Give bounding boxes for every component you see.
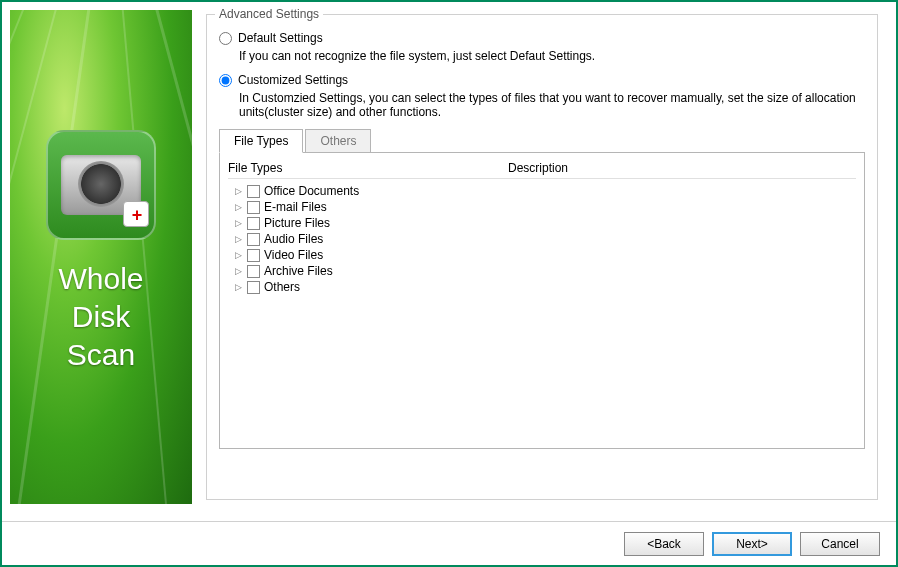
content-area: + Whole Disk Scan Advanced Settings Defa…: [2, 2, 896, 514]
group-legend: Advanced Settings: [215, 7, 323, 21]
cancel-button[interactable]: Cancel: [800, 532, 880, 556]
customized-settings-help: In Customzied Settings, you can select t…: [239, 91, 865, 119]
sidebar: + Whole Disk Scan: [10, 10, 192, 504]
sidebar-title: Whole Disk Scan: [10, 260, 192, 374]
title-line2: Disk: [72, 300, 130, 333]
default-settings-help: If you can not recognize the file system…: [239, 49, 865, 63]
default-settings-label: Default Settings: [238, 31, 323, 45]
customized-settings-row: Customized Settings: [219, 73, 865, 87]
tree-item[interactable]: ▷ Archive Files: [228, 263, 856, 279]
checkbox[interactable]: [247, 281, 260, 294]
customized-settings-radio[interactable]: [219, 74, 232, 87]
tree-item[interactable]: ▷ Audio Files: [228, 231, 856, 247]
expand-icon[interactable]: ▷: [234, 187, 243, 196]
tree-item-label: Office Documents: [264, 184, 359, 198]
sidebar-rays: [10, 10, 192, 504]
checkbox[interactable]: [247, 217, 260, 230]
checkbox[interactable]: [247, 201, 260, 214]
back-button[interactable]: <Back: [624, 532, 704, 556]
next-button[interactable]: Next>: [712, 532, 792, 556]
column-description[interactable]: Description: [508, 161, 856, 175]
customized-settings-label: Customized Settings: [238, 73, 348, 87]
tree-item[interactable]: ▷ Picture Files: [228, 215, 856, 231]
tree-item-label: E-mail Files: [264, 200, 327, 214]
tab-others[interactable]: Others: [305, 129, 371, 153]
tree-item[interactable]: ▷ Office Documents: [228, 183, 856, 199]
title-line3: Scan: [67, 338, 135, 371]
title-line1: Whole: [58, 262, 143, 295]
column-file-types[interactable]: File Types: [228, 161, 508, 175]
wizard-footer: <Back Next> Cancel: [2, 521, 896, 565]
drive-body: +: [61, 155, 141, 215]
tree-item[interactable]: ▷ E-mail Files: [228, 199, 856, 215]
tab-content: File Types Description ▷ Office Document…: [219, 153, 865, 449]
checkbox[interactable]: [247, 185, 260, 198]
expand-icon[interactable]: ▷: [234, 219, 243, 228]
tab-strip: File Types Others: [219, 129, 865, 153]
expand-icon[interactable]: ▷: [234, 235, 243, 244]
checkbox[interactable]: [247, 249, 260, 262]
checkbox[interactable]: [247, 265, 260, 278]
advanced-settings-group: Advanced Settings Default Settings If yo…: [206, 14, 878, 500]
expand-icon[interactable]: ▷: [234, 251, 243, 260]
tree-list: ▷ Office Documents ▷ E-mail Files ▷: [228, 183, 856, 295]
tree-item-label: Others: [264, 280, 300, 294]
tree-item-label: Video Files: [264, 248, 323, 262]
main-panel: Advanced Settings Default Settings If yo…: [200, 10, 888, 506]
tree-header: File Types Description: [228, 161, 856, 179]
tree-item-label: Archive Files: [264, 264, 333, 278]
tree-item[interactable]: ▷ Video Files: [228, 247, 856, 263]
expand-icon[interactable]: ▷: [234, 203, 243, 212]
default-settings-radio[interactable]: [219, 32, 232, 45]
tab-file-types[interactable]: File Types: [219, 129, 303, 153]
tree-item-label: Picture Files: [264, 216, 330, 230]
wizard-window: + Whole Disk Scan Advanced Settings Defa…: [0, 0, 898, 567]
tree-item-label: Audio Files: [264, 232, 323, 246]
expand-icon[interactable]: ▷: [234, 267, 243, 276]
medical-cross-icon: +: [125, 203, 149, 227]
checkbox[interactable]: [247, 233, 260, 246]
tree-item[interactable]: ▷ Others: [228, 279, 856, 295]
default-settings-row: Default Settings: [219, 31, 865, 45]
expand-icon[interactable]: ▷: [234, 283, 243, 292]
disk-drive-icon: +: [46, 130, 156, 240]
